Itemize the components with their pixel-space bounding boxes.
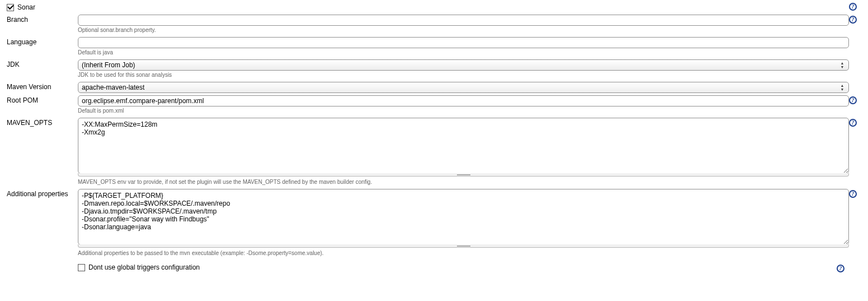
maven-opts-textarea[interactable]: [78, 118, 849, 174]
maven-version-selected-value: apache-maven-latest: [82, 84, 144, 91]
sonar-checkbox[interactable]: [7, 4, 14, 11]
language-hint: Default is java: [78, 49, 849, 56]
help-icon[interactable]: ?: [849, 16, 857, 24]
resize-handle[interactable]: [78, 173, 849, 177]
help-icon[interactable]: ?: [849, 96, 857, 104]
root-pom-label: Root POM: [7, 95, 78, 104]
global-triggers-label: Dont use global triggers configuration: [88, 263, 200, 271]
updown-icon: ▲▼: [839, 84, 845, 91]
additional-properties-hint: Additional properties to be passed to th…: [78, 250, 849, 257]
help-icon[interactable]: ?: [849, 119, 857, 127]
maven-version-select[interactable]: apache-maven-latest ▲▼: [78, 82, 849, 93]
help-icon[interactable]: ?: [849, 3, 857, 11]
updown-icon: ▲▼: [839, 61, 845, 69]
branch-hint: Optional sonar.branch property.: [78, 27, 849, 34]
language-label: Language: [7, 37, 78, 46]
additional-properties-label: Additional properties: [7, 189, 78, 198]
maven-version-label: Maven Version: [7, 82, 78, 91]
sonar-section-title: Sonar: [17, 3, 35, 11]
jdk-hint: JDK to be used for this sonar analysis: [78, 72, 849, 78]
root-pom-hint: Default is pom.xml: [78, 108, 849, 114]
resize-handle[interactable]: [78, 244, 849, 248]
maven-opts-hint: MAVEN_OPTS env var to provide, if not se…: [78, 179, 849, 186]
jdk-select[interactable]: (Inherit From Job) ▲▼: [78, 59, 849, 71]
maven-opts-label: MAVEN_OPTS: [7, 118, 78, 127]
language-input[interactable]: [78, 37, 849, 48]
branch-label: Branch: [7, 15, 78, 24]
global-triggers-checkbox[interactable]: [78, 264, 85, 271]
help-icon[interactable]: ?: [837, 265, 844, 272]
additional-properties-textarea[interactable]: [78, 189, 849, 245]
help-icon[interactable]: ?: [849, 190, 857, 198]
root-pom-input[interactable]: [78, 95, 849, 106]
jdk-label: JDK: [7, 59, 78, 68]
branch-input[interactable]: [78, 15, 849, 26]
jdk-selected-value: (Inherit From Job): [82, 61, 135, 69]
